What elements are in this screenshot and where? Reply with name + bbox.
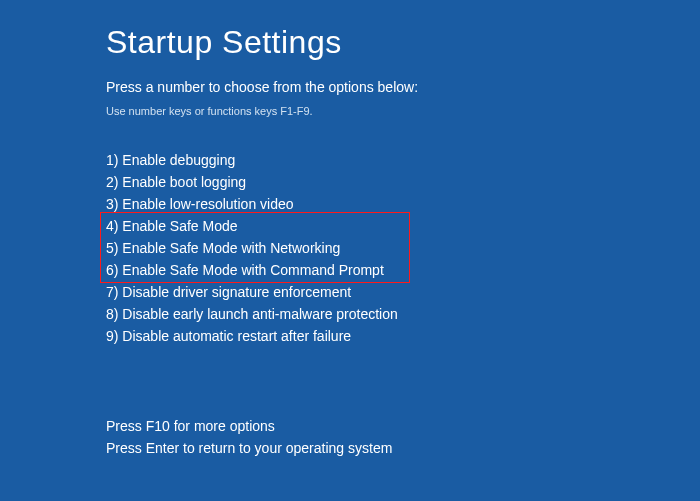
- page-title: Startup Settings: [106, 24, 700, 61]
- option-disable-automatic-restart[interactable]: 9) Disable automatic restart after failu…: [106, 325, 700, 347]
- options-list: 1) Enable debugging 2) Enable boot loggi…: [106, 149, 700, 347]
- option-enable-boot-logging[interactable]: 2) Enable boot logging: [106, 171, 700, 193]
- option-enable-safe-mode[interactable]: 4) Enable Safe Mode: [106, 215, 700, 237]
- footer-return: Press Enter to return to your operating …: [106, 437, 392, 459]
- footer-more-options: Press F10 for more options: [106, 415, 392, 437]
- option-enable-safe-mode-command-prompt[interactable]: 6) Enable Safe Mode with Command Prompt: [106, 259, 700, 281]
- option-enable-safe-mode-networking[interactable]: 5) Enable Safe Mode with Networking: [106, 237, 700, 259]
- option-enable-low-resolution-video[interactable]: 3) Enable low-resolution video: [106, 193, 700, 215]
- key-hint: Use number keys or functions keys F1-F9.: [106, 105, 700, 117]
- option-enable-debugging[interactable]: 1) Enable debugging: [106, 149, 700, 171]
- option-disable-early-launch-antimalware[interactable]: 8) Disable early launch anti-malware pro…: [106, 303, 700, 325]
- subtitle: Press a number to choose from the option…: [106, 79, 700, 95]
- footer: Press F10 for more options Press Enter t…: [106, 415, 392, 459]
- option-disable-driver-signature-enforcement[interactable]: 7) Disable driver signature enforcement: [106, 281, 700, 303]
